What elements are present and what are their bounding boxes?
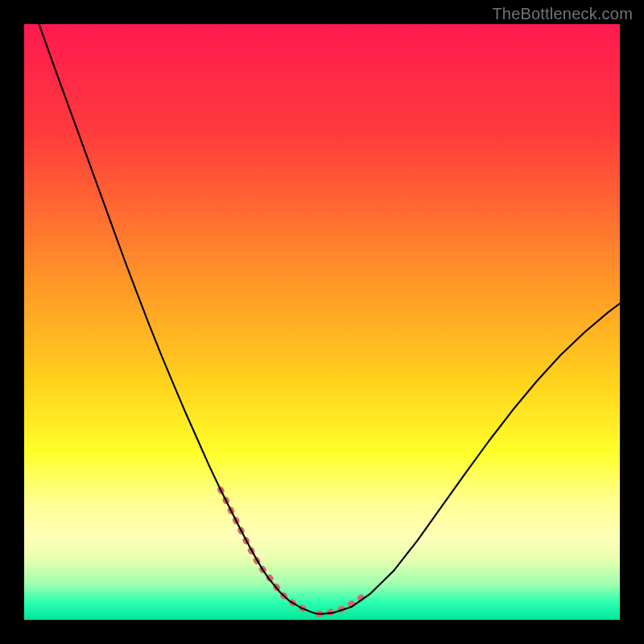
chart-frame: TheBottleneck.com: [0, 0, 644, 644]
chart-svg: [24, 24, 620, 620]
plot-area: [24, 24, 620, 620]
watermark-text: TheBottleneck.com: [492, 5, 633, 23]
gradient-background: [24, 24, 620, 620]
